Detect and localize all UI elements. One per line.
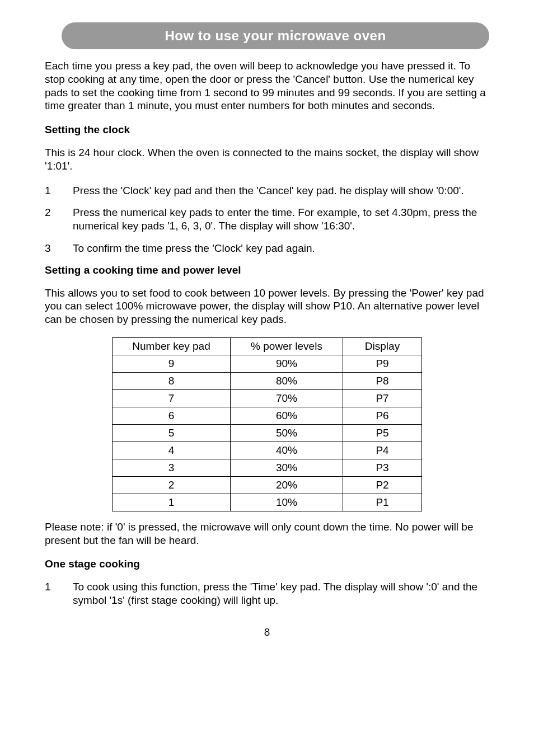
heading-one-stage: One stage cooking: [45, 558, 489, 570]
cell-keypad: 1: [113, 494, 231, 511]
list-number: 1: [45, 580, 73, 607]
list-text: To cook using this function, press the '…: [73, 580, 489, 607]
cell-display: P3: [343, 459, 422, 476]
table-row: 8 80% P8: [113, 372, 422, 389]
table-row: 9 90% P9: [113, 355, 422, 372]
page-number: 8: [45, 626, 489, 638]
cell-keypad: 4: [113, 442, 231, 459]
section-banner: How to use your microwave oven: [62, 22, 489, 49]
cell-keypad: 5: [113, 424, 231, 442]
cell-display: P9: [343, 355, 422, 372]
table-row: 7 70% P7: [113, 389, 422, 407]
power-level-table: Number key pad % power levels Display 9 …: [112, 337, 422, 511]
table-row: 6 60% P6: [113, 407, 422, 424]
list-text: Press the numerical key pads to enter th…: [73, 206, 489, 233]
cell-display: P8: [343, 372, 422, 389]
table-row: 2 20% P2: [113, 476, 422, 494]
list-text: To confirm the time press the 'Clock' ke…: [73, 242, 489, 255]
cell-keypad: 6: [113, 407, 231, 424]
table-row: 1 10% P1: [113, 494, 422, 511]
cell-keypad: 7: [113, 389, 231, 407]
list-item: 1 To cook using this function, press the…: [45, 580, 489, 607]
table-row: 5 50% P5: [113, 424, 422, 442]
cell-power: 90%: [231, 355, 343, 372]
list-item: 2 Press the numerical key pads to enter …: [45, 206, 489, 233]
cell-keypad: 8: [113, 372, 231, 389]
cell-display: P6: [343, 407, 422, 424]
power-note: Please note: if '0' is pressed, the micr…: [45, 520, 489, 547]
col-header-keypad: Number key pad: [113, 337, 231, 355]
cell-display: P7: [343, 389, 422, 407]
cell-power: 10%: [231, 494, 343, 511]
list-number: 3: [45, 242, 73, 255]
cell-power: 70%: [231, 389, 343, 407]
heading-power-level: Setting a cooking time and power level: [45, 264, 489, 276]
list-item: 1 Press the 'Clock' key pad and then the…: [45, 184, 489, 198]
cell-display: P2: [343, 476, 422, 494]
cell-power: 60%: [231, 407, 343, 424]
cell-power: 50%: [231, 424, 343, 442]
clock-intro: This is 24 hour clock. When the oven is …: [45, 146, 489, 173]
table-row: 3 30% P3: [113, 459, 422, 476]
cell-keypad: 9: [113, 355, 231, 372]
banner-title: How to use your microwave oven: [165, 28, 386, 43]
list-text: Press the 'Clock' key pad and then the '…: [73, 184, 489, 198]
document-page: How to use your microwave oven Each time…: [0, 0, 534, 756]
power-intro: This allows you to set food to cook betw…: [45, 287, 489, 326]
intro-paragraph: Each time you press a key pad, the oven …: [45, 59, 489, 112]
list-number: 1: [45, 184, 73, 198]
cell-power: 20%: [231, 476, 343, 494]
heading-setting-clock: Setting the clock: [45, 124, 489, 136]
list-item: 3 To confirm the time press the 'Clock' …: [45, 242, 489, 255]
col-header-display: Display: [343, 337, 422, 355]
cell-display: P5: [343, 424, 422, 442]
cell-power: 30%: [231, 459, 343, 476]
cell-keypad: 3: [113, 459, 231, 476]
list-number: 2: [45, 206, 73, 233]
cell-keypad: 2: [113, 476, 231, 494]
cell-power: 40%: [231, 442, 343, 459]
col-header-power: % power levels: [231, 337, 343, 355]
table-row: 4 40% P4: [113, 442, 422, 459]
cell-display: P1: [343, 494, 422, 511]
table-header-row: Number key pad % power levels Display: [113, 337, 422, 355]
cell-power: 80%: [231, 372, 343, 389]
cell-display: P4: [343, 442, 422, 459]
